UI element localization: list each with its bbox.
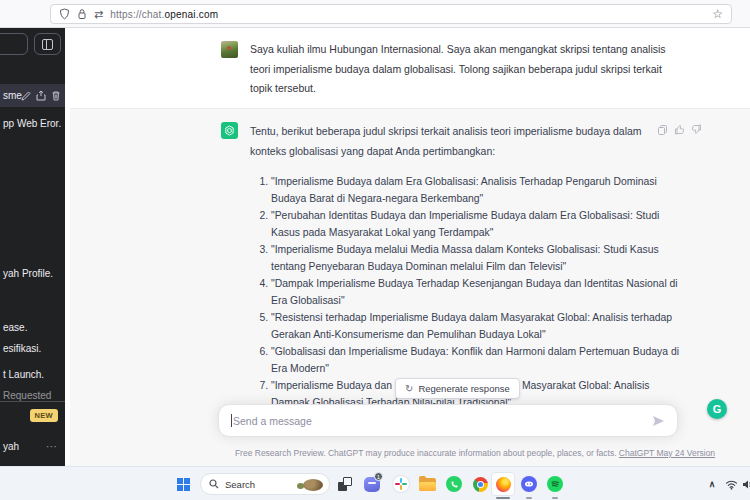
list-item: "Globalisasi dan Imperialisme Budaya: Ko… (271, 343, 680, 377)
assistant-intro: Tentu, berikut beberapa judul skripsi te… (250, 122, 680, 161)
sidebar-item-chat[interactable]: ease. (3, 322, 27, 333)
whatsapp-button[interactable] (441, 467, 467, 500)
text-caret (231, 414, 232, 427)
file-explorer-button[interactable] (414, 467, 440, 500)
sidebar-item-chat[interactable]: esifikasi. (3, 343, 41, 354)
spotify-icon (547, 476, 563, 492)
wifi-icon (725, 479, 738, 490)
spotify-button[interactable] (542, 467, 568, 500)
chrome-icon (473, 477, 488, 492)
footer-version-link[interactable]: ChatGPT May 24 Version (619, 448, 715, 458)
permissions-icon[interactable]: ⇄ (94, 8, 103, 21)
bookmark-star-icon[interactable]: ☆ (712, 8, 723, 20)
discord-icon (521, 476, 537, 492)
slack-button[interactable] (388, 467, 414, 500)
search-label: Search (225, 479, 255, 490)
list-item: "Imperialisme Budaya melalui Media Massa… (271, 241, 680, 275)
footer-text: Free Research Preview. ChatGPT may produ… (235, 448, 619, 458)
file-explorer-icon (419, 478, 436, 491)
firefox-icon (496, 477, 511, 492)
running-app-indicator (552, 497, 558, 499)
running-app-indicator (526, 497, 532, 499)
assistant-message-row: Tentu, berikut beberapa judul skripsi te… (70, 108, 750, 466)
chat-content: Saya kuliah ilmu Hubungan Internasional.… (65, 28, 750, 466)
chat-footer: Free Research Preview. ChatGPT may produ… (200, 448, 750, 458)
url-domain: openai.com (165, 9, 219, 20)
regenerate-icon: ↻ (405, 383, 413, 394)
discord-button[interactable] (516, 467, 542, 500)
sidebar-divider (0, 401, 65, 402)
sidebar-account-row[interactable]: yah ⋯ (0, 433, 65, 459)
regenerate-response-button[interactable]: ↻ Regenerate response (395, 378, 520, 399)
chevron-up-icon: ∧ (709, 479, 716, 489)
share-icon[interactable] (36, 90, 46, 101)
account-menu-icon[interactable]: ⋯ (46, 440, 58, 453)
message-input[interactable]: Send a message (218, 404, 678, 437)
taskbar-search[interactable]: Search (200, 473, 330, 495)
tray-expand-button[interactable]: ∧ (702, 467, 722, 500)
url-bar[interactable]: ⇄ https://chat.openai.com ☆ (50, 4, 732, 24)
sidebar-item-chat[interactable]: Requested (3, 390, 51, 401)
list-item: "Dampak Imperialisme Budaya Terhadap Kes… (271, 275, 680, 309)
user-message-text: Saya kuliah ilmu Hubungan Internasional.… (250, 40, 678, 99)
active-chat-label: sme (3, 90, 22, 101)
chatgpt-avatar (221, 122, 238, 139)
new-badge: NEW (30, 409, 58, 422)
url-scheme: https://chat. (110, 9, 164, 20)
windows-taskbar: Search 1 (0, 466, 750, 500)
browser-toolbar: ⇄ https://chat.openai.com ☆ (0, 0, 750, 28)
speaker-icon (742, 479, 750, 490)
thesis-title-list: "Imperialisme Budaya dalam Era Globalisa… (250, 173, 680, 411)
task-view-button[interactable] (332, 467, 358, 500)
collapse-sidebar-button[interactable] (34, 33, 61, 55)
firefox-button[interactable] (490, 467, 516, 500)
notification-badge: 1 (374, 472, 383, 481)
edit-icon[interactable] (21, 91, 31, 101)
chatgpt-sidebar: sme pp Web Eror. yah Profile. ease. esif… (0, 28, 65, 466)
user-message-row: Saya kuliah ilmu Hubungan Internasional.… (65, 28, 750, 108)
slack-icon (393, 476, 409, 492)
regenerate-label: Regenerate response (418, 383, 509, 394)
grammarly-icon[interactable]: G (707, 399, 727, 419)
new-chat-button[interactable] (0, 33, 28, 55)
task-view-icon (338, 477, 352, 491)
search-highlight-image[interactable] (295, 476, 325, 493)
main-area: sme pp Web Eror. yah Profile. ease. esif… (0, 28, 750, 466)
thumbs-down-icon[interactable] (691, 124, 702, 136)
list-item: "Resistensi terhadap Imperialisme Budaya… (271, 309, 680, 343)
sidebar-item-chat[interactable]: pp Web Eror. (3, 118, 61, 129)
lock-icon[interactable] (77, 8, 87, 20)
user-avatar (221, 41, 238, 58)
list-item: "Imperialisme Budaya dalam Era Globalisa… (271, 173, 680, 207)
whatsapp-icon (446, 476, 462, 492)
delete-icon[interactable] (51, 90, 61, 101)
sidebar-item-chat[interactable]: t Launch. (3, 369, 44, 380)
volume-tray-button[interactable] (738, 467, 750, 500)
input-placeholder: Send a message (233, 415, 312, 427)
list-item: "Perubahan Identitas Budaya dan Imperial… (271, 207, 680, 241)
windows-logo-icon (177, 478, 190, 491)
sidebar-item-active-chat[interactable]: sme (0, 84, 65, 107)
url-text: https://chat.openai.com (110, 9, 218, 20)
shield-icon[interactable] (59, 8, 70, 20)
assistant-message-text: Tentu, berikut beberapa judul skripsi te… (250, 122, 680, 411)
send-icon[interactable] (652, 415, 665, 427)
teams-chat-button[interactable]: 1 (359, 467, 385, 500)
search-icon (209, 479, 219, 489)
start-button[interactable] (172, 467, 194, 500)
collapse-sidebar-icon (42, 39, 53, 50)
active-app-indicator (496, 497, 510, 500)
openai-logo-icon (224, 125, 235, 136)
account-label: yah (3, 441, 19, 452)
sidebar-item-chat[interactable]: yah Profile. (3, 268, 53, 279)
